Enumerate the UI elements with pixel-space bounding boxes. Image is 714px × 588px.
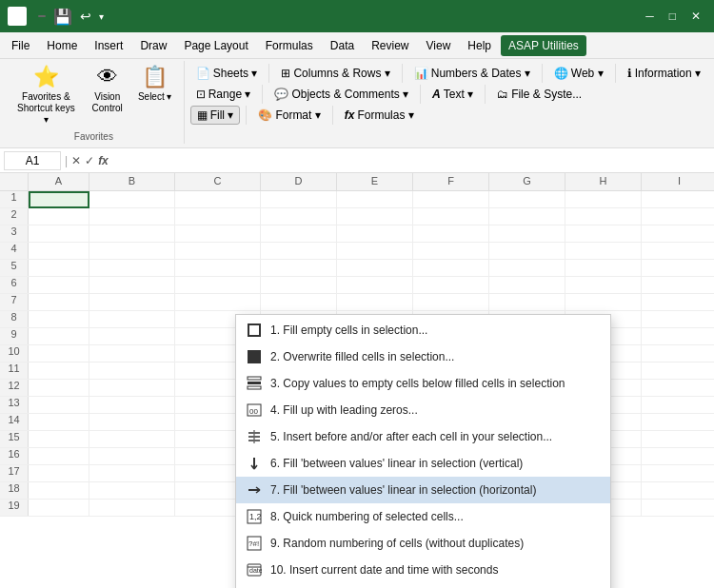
col-header-i[interactable]: I (642, 173, 714, 190)
cell-b5[interactable] (89, 260, 175, 277)
cell-g5[interactable] (489, 260, 565, 277)
cell-a14[interactable] (29, 414, 89, 431)
cell-c6[interactable] (175, 277, 261, 294)
cell-a8[interactable] (29, 311, 89, 328)
cell-i17[interactable] (642, 465, 714, 482)
autosave-toggle[interactable] (38, 15, 46, 17)
cell-a3[interactable] (29, 225, 89, 243)
cell-d2[interactable] (261, 208, 337, 225)
menu-data[interactable]: Data (323, 35, 362, 56)
cell-i6[interactable] (642, 277, 714, 294)
cell-h3[interactable] (565, 225, 642, 243)
col-header-c[interactable]: C (175, 173, 261, 190)
cell-a10[interactable] (29, 345, 89, 363)
cell-g4[interactable] (489, 243, 565, 260)
cell-reference-input[interactable] (4, 151, 61, 170)
cell-b15[interactable] (89, 431, 175, 448)
fill-option-6[interactable]: 6. Fill 'between values' linear in selec… (236, 450, 610, 477)
objects-comments-button[interactable]: 💬 Objects & Comments ▾ (268, 86, 414, 103)
cell-g1[interactable] (489, 191, 565, 208)
col-header-e[interactable]: E (337, 173, 413, 190)
cell-i12[interactable] (642, 380, 714, 397)
cell-i3[interactable] (642, 225, 714, 243)
maximize-button[interactable]: □ (664, 10, 682, 23)
cell-a6[interactable] (29, 277, 89, 294)
cell-f2[interactable] (413, 208, 489, 225)
cell-e6[interactable] (337, 277, 413, 294)
cell-a15[interactable] (29, 431, 89, 448)
col-header-f[interactable]: F (413, 173, 489, 190)
fill-option-8[interactable]: 1,2 8. Quick numbering of selected cells… (236, 503, 610, 530)
cell-b11[interactable] (89, 363, 175, 380)
col-header-b[interactable]: B (89, 173, 175, 190)
cell-e1[interactable] (337, 191, 413, 208)
fill-option-3[interactable]: 3. Copy values to empty cells below fill… (236, 370, 610, 397)
menu-draw[interactable]: Draw (132, 35, 174, 56)
quick-access-dropdown[interactable]: ▾ (99, 11, 104, 22)
cell-a11[interactable] (29, 363, 89, 380)
select-button[interactable]: 📋 Select ▾ (132, 63, 178, 105)
cell-h4[interactable] (565, 243, 642, 260)
cell-i13[interactable] (642, 397, 714, 414)
col-header-d[interactable]: D (261, 173, 337, 190)
cell-b16[interactable] (89, 448, 175, 465)
col-header-g[interactable]: G (489, 173, 565, 190)
confirm-formula-icon[interactable]: ✓ (85, 154, 94, 167)
cell-i10[interactable] (642, 345, 714, 363)
cell-d7[interactable] (261, 294, 337, 311)
cell-a4[interactable] (29, 243, 89, 260)
cell-i2[interactable] (642, 208, 714, 225)
cell-e5[interactable] (337, 260, 413, 277)
cell-a1[interactable] (29, 191, 89, 208)
favorites-shortcut-button[interactable]: ⭐ Favorites &Shortcut keys ▾ (10, 63, 83, 127)
cell-g2[interactable] (489, 208, 565, 225)
cell-b3[interactable] (89, 225, 175, 243)
cell-c7[interactable] (175, 294, 261, 311)
cell-h2[interactable] (565, 208, 642, 225)
cell-e3[interactable] (337, 225, 413, 243)
menu-file[interactable]: File (4, 35, 37, 56)
cell-f5[interactable] (413, 260, 489, 277)
cell-e7[interactable] (337, 294, 413, 311)
cell-b17[interactable] (89, 465, 175, 482)
cell-i5[interactable] (642, 260, 714, 277)
cell-a9[interactable] (29, 328, 89, 345)
cell-b1[interactable] (89, 191, 175, 208)
cell-c3[interactable] (175, 225, 261, 243)
cell-e4[interactable] (337, 243, 413, 260)
cell-d5[interactable] (261, 260, 337, 277)
cell-h7[interactable] (565, 294, 642, 311)
cell-a16[interactable] (29, 448, 89, 465)
cell-h5[interactable] (565, 260, 642, 277)
cell-b18[interactable] (89, 482, 175, 500)
vision-control-button[interactable]: 👁 VisionControl (85, 63, 130, 116)
web-button[interactable]: 🌐 Web ▾ (548, 65, 609, 82)
cell-i18[interactable] (642, 482, 714, 500)
formulas-button[interactable]: fx Formulas ▾ (339, 107, 420, 124)
cell-b9[interactable] (89, 328, 175, 345)
cell-a17[interactable] (29, 465, 89, 482)
cell-f3[interactable] (413, 225, 489, 243)
cell-b12[interactable] (89, 380, 175, 397)
fill-option-5[interactable]: 5. Insert before and/or after each cell … (236, 423, 610, 450)
cell-d4[interactable] (261, 243, 337, 260)
cell-b2[interactable] (89, 208, 175, 225)
cell-i16[interactable] (642, 448, 714, 465)
cell-b14[interactable] (89, 414, 175, 431)
fill-button[interactable]: ▦ Fill ▾ (190, 106, 241, 125)
menu-insert[interactable]: Insert (87, 35, 130, 56)
cell-c4[interactable] (175, 243, 261, 260)
cell-a12[interactable] (29, 380, 89, 397)
range-button[interactable]: ⊡ Range ▾ (190, 86, 257, 103)
cell-i8[interactable] (642, 311, 714, 328)
formula-input[interactable] (112, 152, 710, 169)
cell-b6[interactable] (89, 277, 175, 294)
cell-h6[interactable] (565, 277, 642, 294)
cell-i1[interactable] (642, 191, 714, 208)
cell-g7[interactable] (489, 294, 565, 311)
text-button[interactable]: A Text ▾ (426, 86, 479, 103)
cell-f6[interactable] (413, 277, 489, 294)
columns-rows-button[interactable]: ⊞ Columns & Rows ▾ (275, 65, 395, 82)
menu-asap-utilities[interactable]: ASAP Utilities (501, 35, 586, 56)
save-icon[interactable]: 💾 (53, 8, 72, 26)
